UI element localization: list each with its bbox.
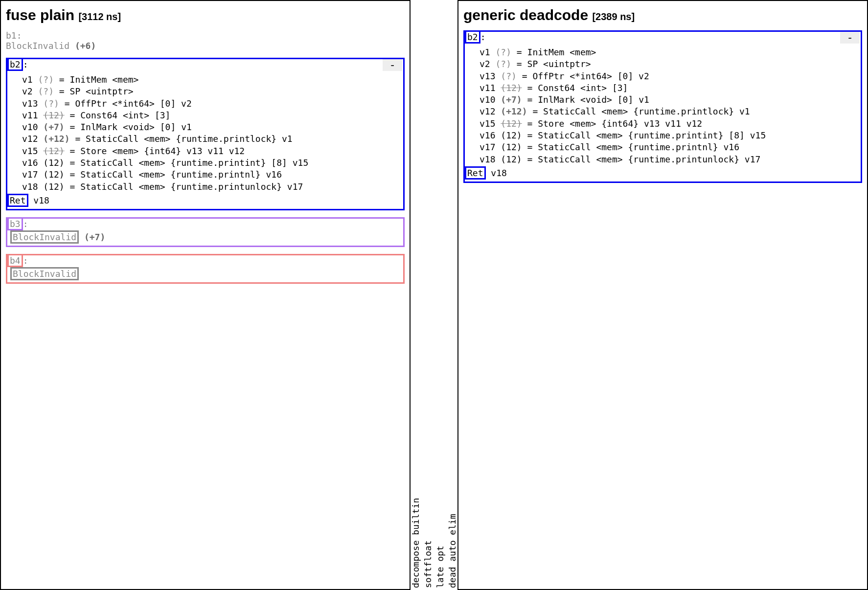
ssa-op: v18 (12) = StaticCall <mem> {runtime.pri… <box>22 181 400 193</box>
line-hint: (12) <box>501 142 522 152</box>
ssa-op: v10 (+7) = InlMark <void> [0] v1 <box>22 121 400 133</box>
line-hint: (12) <box>501 154 522 164</box>
line-hint: (12) <box>43 146 64 156</box>
block-terminator: Ret v18 <box>10 194 400 207</box>
ssa-op: v12 (+12) = StaticCall <mem> {runtime.pr… <box>480 106 858 117</box>
left-title: fuse plain [3112 ns] <box>6 7 405 23</box>
pass-tab[interactable]: late opt <box>435 0 445 590</box>
ssa-op: v17 (12) = StaticCall <mem> {runtime.pri… <box>22 169 400 181</box>
ssa-block: b4:BlockInvalid <box>6 254 405 284</box>
collapse-button[interactable]: - <box>840 32 860 44</box>
block-label[interactable]: b4 <box>7 254 23 267</box>
line-hint: (?) <box>496 47 512 57</box>
line-hint: (12) <box>501 83 522 93</box>
pass-tab[interactable]: softfloat <box>423 0 433 590</box>
pass-name: fuse plain <box>6 7 74 23</box>
line-hint: (12) <box>43 158 64 168</box>
block-label[interactable]: b2 <box>465 30 480 44</box>
ssa-op: v13 (?) = OffPtr <*int64> [0] v2 <box>22 98 400 110</box>
line-hint: (?) <box>43 98 59 109</box>
ssa-op: v2 (?) = SP <uintptr> <box>22 86 400 97</box>
line-hint: (+12) <box>43 134 69 144</box>
ssa-op: v11 (12) = Const64 <int> [3] <box>480 82 858 94</box>
block-label[interactable]: b3 <box>7 217 23 230</box>
ssa-op: v18 (12) = StaticCall <mem> {runtime.pri… <box>480 154 858 165</box>
collapse-button[interactable]: - <box>383 59 402 71</box>
block-terminator: Ret v18 <box>468 166 858 180</box>
ssa-op: v1 (?) = InitMem <mem> <box>480 46 858 58</box>
ssa-op: v10 (+7) = InlMark <void> [0] v1 <box>480 94 858 106</box>
line-hint: (?) <box>496 59 512 69</box>
ops-list: v1 (?) = InitMem <mem>v2 (?) = SP <uintp… <box>10 74 400 193</box>
ssa-block: b3:BlockInvalid (+7) <box>6 217 405 247</box>
ops-list: v1 (?) = InitMem <mem>v2 (?) = SP <uintp… <box>468 46 858 165</box>
block-invalid: BlockInvalid (+7) <box>10 230 400 244</box>
pass-timing: [2389 ns] <box>592 11 635 22</box>
line-hint: (12) <box>43 182 64 192</box>
ssa-op: v11 (12) = Const64 <int> [3] <box>22 110 400 121</box>
right-pane: generic deadcode [2389 ns] b2:-v1 (?) = … <box>457 0 868 590</box>
ssa-op: v15 (12) = Store <mem> {int64} v13 v11 v… <box>22 145 400 157</box>
ssa-op: v16 (12) = StaticCall <mem> {runtime.pri… <box>480 130 858 141</box>
ssa-op: v16 (12) = StaticCall <mem> {runtime.pri… <box>22 157 400 169</box>
block-invalid: BlockInvalid (+6) <box>6 41 405 51</box>
block-invalid: BlockInvalid <box>10 267 400 280</box>
ssa-op: v2 (?) = SP <uintptr> <box>480 58 858 70</box>
left-pane: fuse plain [3112 ns] b1:BlockInvalid (+6… <box>0 0 411 590</box>
pass-tab[interactable]: decompose builtin <box>411 0 421 590</box>
ssa-op: v17 (12) = StaticCall <mem> {runtime.pri… <box>480 141 858 153</box>
ssa-block: b2:-v1 (?) = InitMem <mem>v2 (?) = SP <u… <box>6 58 405 210</box>
ssa-op: v12 (+12) = StaticCall <mem> {runtime.pr… <box>22 133 400 145</box>
line-hint: (+7) <box>501 94 522 105</box>
line-hint: (+7) <box>43 122 64 132</box>
line-hint: (+12) <box>501 106 527 116</box>
ssa-op: v1 (?) = InitMem <mem> <box>22 74 400 86</box>
line-hint: (?) <box>38 74 54 85</box>
block-label[interactable]: b1: <box>6 30 22 41</box>
line-hint: (12) <box>501 130 522 140</box>
line-hint: (12) <box>43 110 64 120</box>
pass-name: generic deadcode <box>463 7 588 23</box>
pass-timing: [3112 ns] <box>78 11 121 22</box>
block-label[interactable]: b2 <box>7 58 23 71</box>
pass-tab[interactable]: dead auto elim <box>447 0 457 590</box>
line-hint: (?) <box>38 86 54 96</box>
ssa-block: b1:BlockInvalid (+6) <box>6 30 405 51</box>
ssa-op: v13 (?) = OffPtr <*int64> [0] v2 <box>480 70 858 82</box>
line-hint: (?) <box>501 71 517 81</box>
line-hint: (12) <box>501 118 522 129</box>
pass-tabs: decompose builtinsoftfloatlate optdead a… <box>411 0 457 590</box>
right-title: generic deadcode [2389 ns] <box>463 7 862 23</box>
line-hint: (12) <box>43 169 64 180</box>
ssa-block: b2:-v1 (?) = InitMem <mem>v2 (?) = SP <u… <box>463 30 862 183</box>
ssa-op: v15 (12) = Store <mem> {int64} v13 v11 v… <box>480 118 858 130</box>
